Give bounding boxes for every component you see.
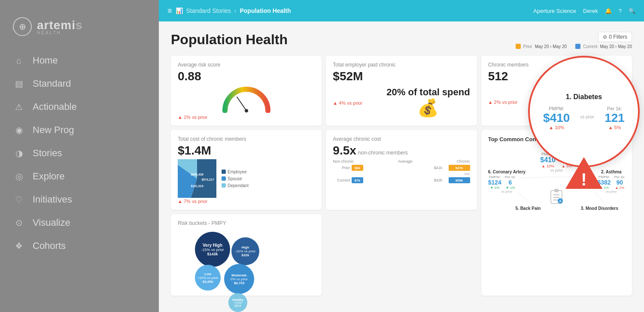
svg-text:!: !	[581, 170, 586, 189]
tooltip-metrics: PMPM: $410 ▲ 10% vs prior Per 1k: 121 ▲ …	[543, 106, 625, 130]
avg-chronic-label: Average chronic cost	[333, 136, 470, 142]
total-cost-label: Total cost of chronic members	[178, 136, 315, 142]
date-selectors: Prior May 20 › May 20 Current May 20 › M…	[516, 44, 632, 49]
tooltip-circle: 1. Diabetes PMPM: $410 ▲ 10% vs prior Pe…	[528, 56, 640, 167]
avg-chronic-value: 9.5x	[333, 144, 356, 158]
topbar: ≡ 📊 Standard Stories › Population Health…	[159, 0, 644, 21]
sidebar-logo: ⊕ artemis HEALTH	[0, 9, 96, 49]
risk-buckets-label: Risk buckets - PMPY	[178, 220, 315, 226]
warning-triangle: !	[565, 156, 603, 190]
breadcrumb-parent[interactable]: Standard Stories	[186, 7, 231, 14]
svg-text:$574,217: $574,217	[201, 178, 214, 182]
total-cost-value: $1.4M	[178, 144, 315, 158]
warning-triangle-container: !	[565, 156, 603, 191]
total-employer-value: $52M	[333, 70, 470, 83]
risk-buckets-card: Risk buckets - PMPY Very High -15% vs pr…	[171, 214, 322, 296]
initiatives-icon: ♡	[13, 194, 25, 205]
legend-employee: Employee	[222, 169, 249, 175]
filter-button[interactable]: ⊘ 0 Filters	[598, 32, 632, 42]
logo-text: artemis	[37, 18, 83, 32]
explore-icon: ◎	[13, 171, 25, 182]
sidebar-item-initiatives[interactable]: ♡ Initiatives	[0, 188, 159, 211]
logo-icon: ⊕	[13, 17, 32, 36]
current-dot	[575, 44, 580, 49]
bubble-healthy: Healthy +15% $504	[228, 293, 247, 312]
stories-icon: ◑	[13, 148, 25, 158]
legend-dependant: Dependant	[222, 182, 249, 188]
svg-line-0	[237, 97, 246, 111]
sidebar-item-standard[interactable]: ▤ Standard	[0, 72, 159, 95]
filter-area: ⊘ 0 Filters Prior May 20 › May 20 Curren…	[516, 32, 632, 49]
total-employer-card: Total employer paid chronic $52M ▲ 4% vs…	[326, 56, 477, 126]
sidebar-item-stories[interactable]: ◑ Stories	[0, 142, 159, 165]
svg-point-1	[245, 109, 248, 112]
bar-row-prior: Prior $6k $41k $37k	[333, 165, 470, 171]
bubble-low: Low +10% vs prior $3,050	[195, 265, 221, 291]
total-cost-change: ▲ 7% vs prior	[178, 199, 315, 204]
legend-spouse: Spouse	[222, 176, 249, 182]
topbar-right: Aperture Science Derek 🔔 ? 🔍	[533, 8, 635, 14]
current-label: Current	[583, 44, 597, 49]
bubble-high: High -10% vs prior $32k	[231, 237, 259, 265]
menu-icon[interactable]: ≡	[167, 6, 172, 15]
total-employer-sub: 20% of total spend	[386, 87, 470, 98]
avg-risk-label: Average risk score	[178, 62, 315, 68]
svg-text:$191,019: $191,019	[191, 185, 203, 188]
notifications-icon[interactable]: 🔔	[605, 8, 612, 14]
gauge-chart	[178, 85, 315, 113]
condition-back-pain: 5. Back Pain	[516, 206, 541, 211]
tooltip-pmpm: PMPM: $410 ▲ 10%	[543, 106, 570, 130]
total-employer-label: Total employer paid chronic	[333, 62, 470, 68]
bar-row-current: Current $7k $42k $58k	[333, 177, 470, 183]
newprog-icon: ◉	[13, 125, 25, 135]
money-bag-icon: 💰	[386, 98, 470, 118]
user-menu[interactable]: Derek	[583, 8, 598, 14]
visualize-icon: ⊙	[13, 218, 25, 228]
pie-chart-container: $695,438 $574,217 $191,019 Employee Spou…	[178, 159, 315, 198]
bubble-chart: Very High -15% vs prior $143k High -10% …	[178, 230, 315, 290]
main-area: ≡ 📊 Standard Stories › Population Health…	[159, 0, 644, 312]
company-selector[interactable]: Aperture Science	[533, 8, 576, 14]
standard-icon: ▤	[13, 79, 25, 89]
condition-coronary: 6. Coronary Artery PMPM: $124 ▼ 2% Per 1…	[488, 170, 526, 194]
tooltip-vs-prior: vs prior	[580, 106, 594, 119]
tooltip-overlay: 1. Diabetes PMPM: $410 ▲ 10% vs prior Pe…	[528, 56, 640, 167]
sidebar-item-cohorts[interactable]: ❖ Cohorts	[0, 234, 159, 257]
sidebar-item-home[interactable]: ⌂ Home	[0, 49, 159, 72]
page-title: Population Health	[171, 32, 288, 48]
sidebar: ⊕ artemis HEALTH ⌂ Home ▤ Standard ⚠ Act…	[0, 0, 159, 312]
sidebar-nav: ⌂ Home ▤ Standard ⚠ Actionable ◉ New Pro…	[0, 49, 159, 257]
prior-date[interactable]: May 20 › May 20	[535, 44, 567, 49]
prior-label: Prior	[523, 44, 532, 49]
pie-legend: Employee Spouse Dependant	[222, 168, 249, 189]
avg-risk-value: 0.88	[178, 70, 315, 83]
pie-chart: $695,438 $574,217 $191,019	[178, 159, 216, 198]
topbar-left: ≡ 📊 Standard Stories › Population Health	[167, 6, 291, 15]
bar-chart: Non-chronicAverageChronic Prior $6k $41k…	[333, 159, 470, 183]
avg-risk-change: ▲ 1% vs prior	[178, 115, 315, 120]
bubble-very-high: Very High -15% vs prior $143k	[195, 232, 230, 267]
sidebar-item-visualize[interactable]: ⊙ Visualize	[0, 211, 159, 234]
total-cost-card: Total cost of chronic members $1.4M $695…	[171, 130, 322, 210]
avg-chronic-sub: non-chronic members	[358, 150, 408, 156]
prior-date-selector: Prior May 20 › May 20	[516, 44, 567, 49]
sidebar-item-newprog[interactable]: ◉ New Prog	[0, 118, 159, 142]
sidebar-item-actionable[interactable]: ⚠ Actionable	[0, 95, 159, 118]
svg-text:$695,438: $695,438	[191, 173, 203, 176]
search-icon[interactable]: 🔍	[629, 8, 635, 14]
actionable-icon: ⚠	[13, 102, 25, 112]
svg-rect-9	[554, 189, 559, 192]
prior-dot	[516, 44, 521, 49]
breadcrumb-child: Population Health	[240, 7, 291, 14]
help-icon[interactable]: ?	[619, 8, 622, 14]
filter-icon: ⊘	[603, 34, 607, 40]
condition-mood: 3. Mood Disorders	[581, 206, 618, 211]
avg-risk-card: Average risk score 0.88	[171, 56, 322, 126]
tooltip-per1k: Per 1k: 121 ▲ 5%	[605, 106, 625, 130]
cohorts-icon: ❖	[13, 241, 25, 251]
avg-chronic-cost-card: Average chronic cost 9.5x non-chronic me…	[326, 130, 477, 210]
clipboard-icon: +	[550, 189, 563, 206]
home-icon: ⌂	[13, 56, 25, 66]
sidebar-item-explore[interactable]: ◎ Explore	[0, 165, 159, 188]
current-date[interactable]: May 20 › May 20	[600, 44, 632, 49]
